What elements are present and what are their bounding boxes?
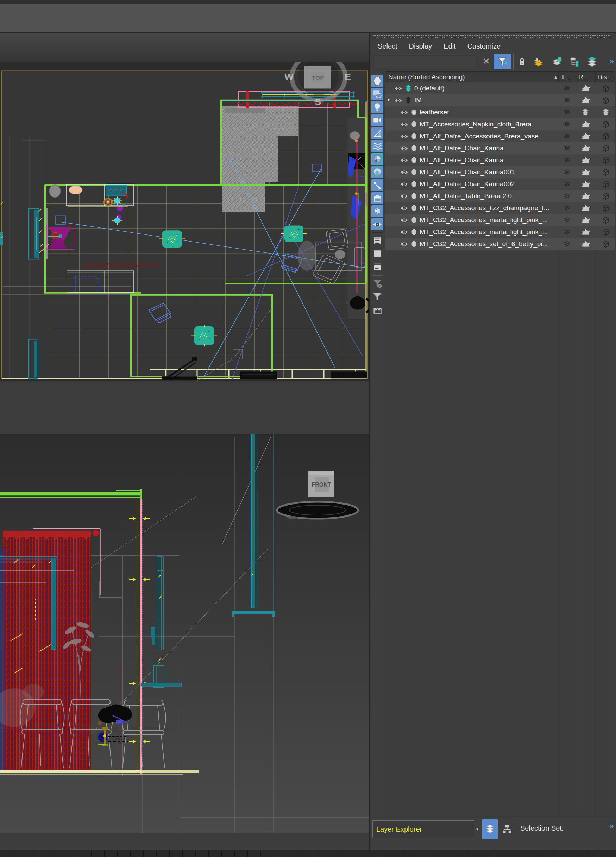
- object-row[interactable]: MT_CB2_Accessories_set_of_6_betty_pi...❄: [386, 238, 615, 250]
- render-cell[interactable]: [576, 226, 595, 238]
- display-cell[interactable]: [595, 238, 615, 250]
- render-cell[interactable]: [576, 118, 595, 130]
- menu-customize[interactable]: Customize: [468, 42, 500, 50]
- circle-icon[interactable]: [411, 180, 417, 188]
- render-cell[interactable]: [576, 238, 595, 250]
- row-label[interactable]: MT_Alf_Dafre_Accessories_Brera_vase: [420, 132, 539, 140]
- render-cell[interactable]: [576, 82, 595, 94]
- object-row[interactable]: MT_CB2_Accessories_marta_light_pink_...❄: [386, 214, 615, 226]
- clear-search-button[interactable]: ✕: [482, 56, 491, 67]
- object-row[interactable]: MT_Alf_Dafre_Table_Brera 2.0❄: [386, 190, 615, 202]
- lock-cell-editing-button[interactable]: [515, 54, 529, 69]
- object-row[interactable]: leatherset❄: [386, 106, 615, 118]
- circle-icon[interactable]: [411, 108, 417, 116]
- bones-filter-button[interactable]: [371, 179, 383, 191]
- display-cell[interactable]: [595, 154, 615, 166]
- viewcube-face-label[interactable]: TOP: [312, 75, 324, 80]
- menu-display[interactable]: Display: [409, 42, 432, 50]
- visibility-eye-icon[interactable]: [400, 133, 408, 139]
- timeline-trackbar[interactable]: [0, 850, 616, 857]
- hierarchy-mode-button[interactable]: [499, 819, 515, 839]
- object-row[interactable]: MT_CB2_Accessories_marta_light_pink_...❄: [386, 226, 615, 238]
- frozen-cell[interactable]: ❄: [558, 190, 576, 202]
- layers-dark-icon[interactable]: [404, 96, 412, 104]
- add-layer-button[interactable]: [531, 54, 546, 69]
- frozen-cell[interactable]: ❄: [558, 202, 576, 214]
- circle-icon[interactable]: [411, 156, 417, 164]
- visibility-eye-icon[interactable]: [400, 229, 408, 235]
- visibility-eye-icon[interactable]: [400, 169, 408, 175]
- display-cell[interactable]: [595, 82, 615, 94]
- frozen-filter-button[interactable]: ❄: [371, 205, 383, 217]
- display-cell[interactable]: [595, 118, 615, 130]
- frozen-cell[interactable]: ❄: [558, 166, 576, 178]
- circle-icon[interactable]: [411, 132, 417, 140]
- geometry-filter-button[interactable]: [371, 75, 383, 87]
- object-row[interactable]: MT_CB2_Accessories_fizz_champagne_f...❄: [386, 202, 615, 214]
- cameras-filter-button[interactable]: [371, 114, 383, 126]
- list-view-filter-button[interactable]: [371, 235, 383, 247]
- render-cell[interactable]: [576, 202, 595, 214]
- row-label[interactable]: MT_CB2_Accessories_marta_light_pink_...: [420, 216, 548, 224]
- row-label[interactable]: MT_Accessories_Napkin_cloth_Brera: [420, 121, 531, 128]
- compass-north[interactable]: N: [314, 62, 321, 62]
- helpers-filter-button[interactable]: [371, 127, 383, 139]
- row-label[interactable]: MT_Alf_Dafre_Chair_Karina: [420, 156, 504, 164]
- visibility-eye-icon[interactable]: [400, 217, 408, 223]
- expander-icon[interactable]: ▼: [386, 97, 391, 102]
- object-row[interactable]: MT_Accessories_Napkin_cloth_Brera❄: [386, 118, 615, 130]
- row-label[interactable]: MT_Alf_Dafre_Table_Brera 2.0: [420, 192, 512, 200]
- pick-container-filter-button[interactable]: [371, 303, 383, 316]
- column-name[interactable]: Name (Sorted Ascending): [388, 73, 465, 81]
- compass-south[interactable]: S: [315, 97, 321, 107]
- visibility-eye-icon[interactable]: [394, 85, 402, 91]
- row-label[interactable]: 0 (default): [414, 85, 445, 92]
- object-row[interactable]: MT_Alf_Dafre_Chair_Karina❄: [386, 154, 615, 166]
- top-viewport[interactable]: TOP N W E S: [0, 62, 369, 434]
- search-input[interactable]: [373, 54, 478, 68]
- visibility-eye-icon[interactable]: [394, 97, 402, 104]
- row-label[interactable]: MT_CB2_Accessories_set_of_6_betty_pi...: [420, 240, 548, 248]
- object-row[interactable]: MT_Alf_Dafre_Chair_Karina001❄: [386, 166, 615, 178]
- display-cell[interactable]: [595, 94, 615, 106]
- frozen-cell[interactable]: ❄: [558, 82, 576, 94]
- menu-select[interactable]: Select: [378, 42, 397, 50]
- panel-drag-grip[interactable]: [373, 34, 611, 39]
- display-cell[interactable]: [595, 190, 615, 202]
- frozen-cell[interactable]: ❄: [558, 238, 576, 250]
- visibility-eye-icon[interactable]: [400, 241, 408, 247]
- frozen-cell[interactable]: ❄: [558, 94, 576, 106]
- visibility-eye-icon[interactable]: [400, 145, 408, 152]
- circle-icon[interactable]: [411, 168, 417, 176]
- display-cell[interactable]: [595, 202, 615, 214]
- render-cell[interactable]: [576, 178, 595, 190]
- display-cell[interactable]: [595, 178, 615, 190]
- render-cell[interactable]: [576, 214, 595, 226]
- visibility-eye-icon[interactable]: [400, 193, 408, 199]
- render-cell[interactable]: [576, 166, 595, 178]
- frozen-cell[interactable]: ❄: [558, 118, 576, 130]
- layers-teal-icon[interactable]: [404, 85, 412, 92]
- blank-swatch-filter-button[interactable]: [371, 248, 383, 260]
- row-label[interactable]: leatherset: [420, 108, 449, 116]
- explorer-mode-dropdown[interactable]: Layer Explorer: [372, 820, 474, 838]
- xrefs-filter-button[interactable]: [371, 166, 383, 178]
- front-viewport[interactable]: FRONT: [0, 434, 369, 833]
- object-row[interactable]: MT_Alf_Dafre_Chair_Karina❄: [386, 142, 615, 154]
- containers-filter-button[interactable]: [371, 192, 383, 204]
- filter-config-filter-button[interactable]: [371, 277, 383, 289]
- layer-row[interactable]: ▼IM❄: [386, 94, 615, 106]
- bottom-overflow-chevron[interactable]: »: [610, 821, 614, 831]
- compass-west[interactable]: W: [284, 73, 293, 82]
- filter-funnel-button[interactable]: [494, 54, 511, 70]
- visibility-eye-icon[interactable]: [400, 158, 408, 163]
- circle-icon[interactable]: [411, 228, 417, 236]
- circle-icon[interactable]: [411, 204, 417, 212]
- row-label[interactable]: MT_CB2_Accessories_marta_light_pink_...: [420, 228, 548, 236]
- display-cell[interactable]: [595, 166, 615, 178]
- frozen-cell[interactable]: ❄: [558, 178, 576, 190]
- display-cell[interactable]: [595, 142, 615, 154]
- row-label[interactable]: IM: [414, 96, 422, 104]
- visibility-eye-icon[interactable]: [400, 181, 408, 187]
- frozen-cell[interactable]: ❄: [558, 106, 576, 118]
